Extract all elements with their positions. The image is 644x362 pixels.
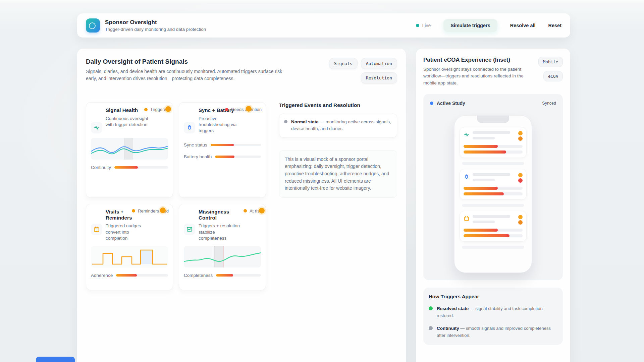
chip-automation[interactable]: Automation [361,58,397,69]
normal-state-card: Normal state — monitoring active across … [279,114,397,137]
top-strip [0,0,644,4]
badge-triggered: Triggered [144,107,169,112]
mobile-inset: Active Study Synced [423,94,563,280]
badge-reminders-fired: Reminders fired [132,208,169,214]
chip-resolution[interactable]: Resolution [361,72,397,83]
resolved-dot-icon [429,306,433,310]
notification-dots-icon [518,173,523,183]
continuity-dot-icon [429,326,433,330]
watch-icon [184,122,195,133]
notification-dots-icon [518,131,523,141]
sync-status-track [211,144,261,146]
continuity-track [114,166,168,169]
continuity-metric: Continuity [91,165,168,170]
pulse-icon [464,132,470,138]
pulse-dot-icon [259,208,265,214]
triggered-events-section: Triggered Events and Resolution Normal s… [272,102,397,198]
dock-accent [36,357,75,362]
phone-card-device [460,169,527,200]
live-label: Live [422,23,431,28]
simulate-triggers-button[interactable]: Simulate triggers [443,19,497,32]
phone-notch [477,116,509,123]
app-logo-icon [86,18,100,33]
calendar-icon [464,216,470,222]
signal-health-chart [91,138,168,160]
completeness-metric: Completeness [184,273,261,278]
calendar-icon [91,224,102,235]
chip-ecoa[interactable]: eCOA [543,71,563,81]
normal-state-label: Normal state [291,119,319,124]
notification-dots-icon [518,215,523,225]
badge-needs-attention: Needs attention [225,107,262,112]
trend-icon [184,224,195,235]
badge-dot-icon [132,209,135,213]
state-dot-icon [284,120,287,123]
ecoa-description: Sponsor oversight stays connected to the… [423,66,531,86]
how-triggers-section: How Triggers Appear Resolved state — sig… [423,288,563,345]
app-subtitle: Trigger-driven daily monitoring and data… [105,27,206,32]
card-signal-health: Triggered Signal Health Continuous overs… [86,102,173,198]
active-study-row: Active Study Synced [429,99,557,107]
app-title: Sponsor Oversight [105,19,206,26]
trigger-item-resolved: Resolved state — signal stability and ta… [429,305,557,319]
skeleton-line [462,246,524,249]
card-sync-battery: Needs attention Sync + Battery Proactive… [179,102,266,198]
study-dot-icon [430,102,433,105]
adherence-track [116,274,168,277]
oversight-panel: Daily Oversight of Patient Signals Signa… [77,49,406,362]
sync-status-metric: Sync status [184,142,261,147]
completeness-chart [184,246,261,267]
adherence-chart [91,246,168,267]
sync-status: Synced [542,101,556,106]
events-title: Triggered Events and Resolution [279,102,397,108]
trigger-item-continuity: Continuity — smooth signals and improved… [429,325,557,339]
phone-mockup [454,115,532,273]
card-missingness-control: At risk Missingness Control Triggers + r… [179,204,266,290]
pulse-dot-icon [246,106,252,112]
active-study-label: Active Study [437,101,465,106]
ecoa-panel: Patient eCOA Experience (Inset) Sponsor … [416,49,570,362]
battery-health-track [215,156,261,158]
chip-signals[interactable]: Signals [329,58,358,69]
badge-at-risk: At risk [244,208,262,214]
card-visits-reminders: Reminders fired Visits + Reminders [86,204,173,290]
live-dot-icon [416,24,419,27]
completeness-track [216,274,261,277]
portal-note: This is a visual mock of a sponsor porta… [279,150,397,198]
pulse-dot-icon [165,106,171,112]
oversight-description: Signals, diaries, and device health are … [86,68,294,82]
pulse-icon [91,122,102,133]
phone-card-signals [460,127,527,158]
badge-dot-icon [225,108,228,111]
watch-icon [464,174,470,180]
adherence-metric: Adherence [91,273,168,278]
live-indicator: Live [416,23,431,28]
how-triggers-title: How Triggers Appear [429,294,557,299]
skeleton-line [462,204,524,207]
oversight-title: Daily Oversight of Patient Signals [86,58,294,65]
badge-dot-icon [244,209,247,213]
badge-dot-icon [144,108,148,111]
app-header: Sponsor Oversight Trigger-driven daily m… [77,13,570,38]
skeleton-line [462,162,524,165]
battery-health-metric: Battery health [184,154,261,159]
chip-mobile[interactable]: Mobile [538,57,563,67]
ecoa-title: Patient eCOA Experience (Inset) [423,57,531,63]
reset-button[interactable]: Reset [548,23,562,28]
phone-card-visits [460,211,527,242]
page: Sponsor Oversight Trigger-driven daily m… [0,0,644,362]
resolve-all-button[interactable]: Resolve all [510,23,536,28]
